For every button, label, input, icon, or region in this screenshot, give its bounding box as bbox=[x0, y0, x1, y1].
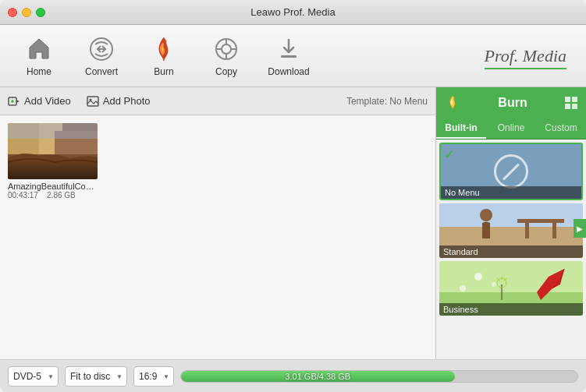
toolbar-item-copy[interactable]: Copy bbox=[195, 29, 257, 83]
minimize-button[interactable] bbox=[22, 8, 31, 17]
right-panel-grid-icon bbox=[564, 96, 578, 110]
svg-rect-23 bbox=[572, 104, 577, 109]
svg-rect-26 bbox=[439, 203, 583, 227]
svg-rect-27 bbox=[517, 219, 564, 223]
svg-point-30 bbox=[480, 209, 492, 221]
add-photo-icon bbox=[87, 95, 99, 108]
left-panel: Add Video Add Photo Template: No Menu bbox=[0, 87, 436, 359]
progress-bar-fill: 3.01 GB/4.38 GB bbox=[181, 371, 455, 382]
svg-rect-22 bbox=[565, 104, 570, 109]
add-photo-button[interactable]: Add Photo bbox=[87, 95, 151, 108]
progress-text: 3.01 GB/4.38 GB bbox=[285, 372, 350, 381]
svg-rect-7 bbox=[281, 55, 297, 58]
download-label: Download bbox=[268, 66, 309, 77]
tab-custom[interactable]: Custom bbox=[536, 118, 586, 139]
no-menu-slash bbox=[503, 163, 520, 180]
burn-icon bbox=[150, 35, 178, 63]
template-standard[interactable]: Standard bbox=[439, 203, 583, 258]
svg-marker-9 bbox=[16, 100, 20, 103]
fit-mode-select[interactable]: Fit to disc No Fit bbox=[65, 366, 127, 387]
svg-rect-21 bbox=[572, 97, 577, 102]
download-icon bbox=[275, 35, 303, 63]
main-content: Add Video Add Photo Template: No Menu bbox=[0, 87, 586, 359]
svg-point-33 bbox=[474, 273, 482, 281]
burn-header-icon bbox=[444, 94, 461, 111]
right-panel-header: Burn bbox=[436, 87, 586, 118]
traffic-lights bbox=[8, 8, 45, 17]
svg-point-2 bbox=[222, 44, 231, 54]
no-menu-icon bbox=[494, 154, 528, 189]
title-bar: Leawo Prof. Media bbox=[0, 0, 586, 25]
copy-icon bbox=[212, 35, 240, 63]
convert-label: Convert bbox=[85, 66, 118, 77]
media-thumbnail bbox=[8, 123, 98, 179]
business-label: Business bbox=[439, 303, 583, 316]
toolbar-item-download[interactable]: Download bbox=[257, 29, 320, 83]
selected-checkmark: ✓ bbox=[444, 147, 454, 162]
left-toolbar: Add Video Add Photo Template: No Menu bbox=[0, 87, 435, 115]
tab-built-in[interactable]: Built-in bbox=[436, 118, 486, 139]
svg-rect-20 bbox=[565, 97, 570, 102]
disc-type-select[interactable]: DVD-5 DVD-9 BD-25 BD-50 bbox=[8, 366, 59, 387]
svg-rect-19 bbox=[8, 123, 98, 139]
home-icon bbox=[25, 35, 53, 63]
bottom-bar: DVD-5 DVD-9 BD-25 BD-50 Fit to disc No F… bbox=[0, 359, 586, 392]
standard-label: Standard bbox=[439, 245, 583, 258]
svg-point-34 bbox=[492, 282, 496, 287]
close-button[interactable] bbox=[8, 8, 17, 17]
right-panel-title: Burn bbox=[498, 96, 527, 110]
scroll-right-arrow[interactable]: ▶ bbox=[574, 219, 586, 238]
window-title: Leawo Prof. Media bbox=[250, 6, 335, 18]
add-photo-label: Add Photo bbox=[103, 95, 151, 107]
progress-bar-container: 3.01 GB/4.38 GB bbox=[180, 370, 578, 383]
toolbar-item-burn[interactable]: Burn bbox=[133, 29, 195, 83]
media-name: AmazingBeautifulCom... bbox=[8, 182, 98, 191]
add-video-icon bbox=[8, 95, 20, 108]
fit-mode-wrapper: Fit to disc No Fit bbox=[65, 366, 127, 387]
svg-point-35 bbox=[460, 285, 466, 291]
convert-icon bbox=[87, 35, 115, 63]
svg-rect-28 bbox=[525, 223, 529, 238]
copy-label: Copy bbox=[215, 66, 237, 77]
toolbar: Home Convert Burn bbox=[0, 25, 586, 87]
templates-area: ✓ No Menu ▶ bbox=[436, 139, 586, 359]
maximize-button[interactable] bbox=[36, 8, 45, 17]
add-video-label: Add Video bbox=[24, 95, 71, 107]
disc-type-wrapper: DVD-5 DVD-9 BD-25 BD-50 bbox=[8, 366, 59, 387]
home-label: Home bbox=[27, 66, 51, 77]
right-panel: Burn Built-in Online Custom bbox=[436, 87, 586, 359]
media-area: AmazingBeautifulCom... 00:43:17 2.86 GB bbox=[0, 115, 435, 359]
template-label: Template: No Menu bbox=[346, 96, 428, 107]
aspect-ratio-select[interactable]: 16:9 4:3 bbox=[133, 366, 174, 387]
media-info: AmazingBeautifulCom... 00:43:17 2.86 GB bbox=[8, 179, 98, 202]
svg-rect-29 bbox=[552, 223, 556, 238]
tab-online[interactable]: Online bbox=[486, 118, 536, 139]
svg-rect-12 bbox=[87, 97, 98, 106]
media-meta: 00:43:17 2.86 GB bbox=[8, 191, 98, 200]
tab-bar: Built-in Online Custom bbox=[436, 118, 586, 139]
template-no-menu[interactable]: ✓ No Menu bbox=[439, 143, 583, 200]
media-item[interactable]: AmazingBeautifulCom... 00:43:17 2.86 GB bbox=[8, 123, 98, 202]
burn-label: Burn bbox=[154, 66, 173, 77]
toolbar-item-home[interactable]: Home bbox=[8, 29, 70, 83]
app-logo: Prof. Media bbox=[485, 46, 579, 66]
template-business[interactable]: Business bbox=[439, 261, 583, 316]
thumbnail-overlay bbox=[8, 160, 98, 179]
aspect-ratio-wrapper: 16:9 4:3 bbox=[133, 366, 174, 387]
add-video-button[interactable]: Add Video bbox=[8, 95, 71, 108]
toolbar-item-convert[interactable]: Convert bbox=[70, 29, 133, 83]
no-menu-label: No Menu bbox=[441, 186, 581, 199]
